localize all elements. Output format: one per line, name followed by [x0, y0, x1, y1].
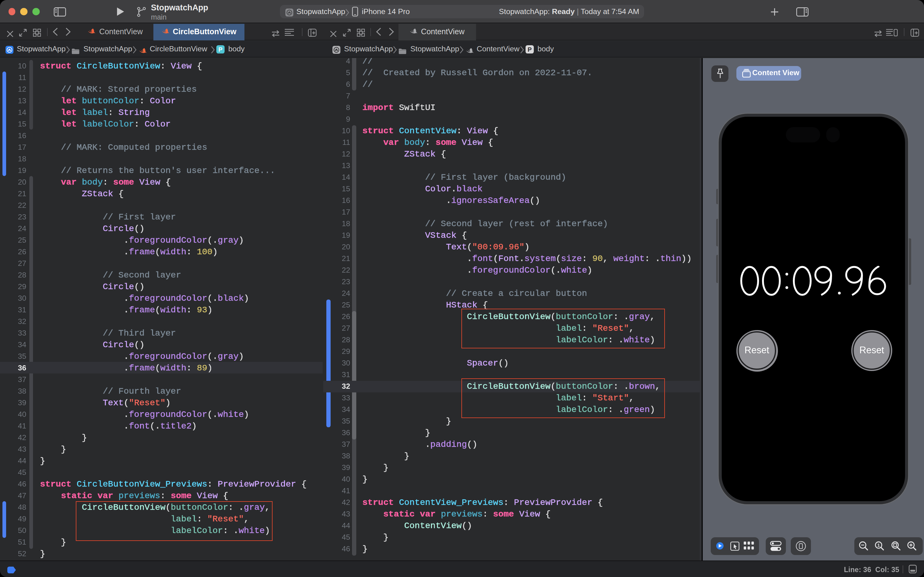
svg-text:P: P [219, 46, 222, 53]
svg-text:P: P [528, 46, 532, 53]
svg-text:1: 1 [877, 543, 880, 548]
